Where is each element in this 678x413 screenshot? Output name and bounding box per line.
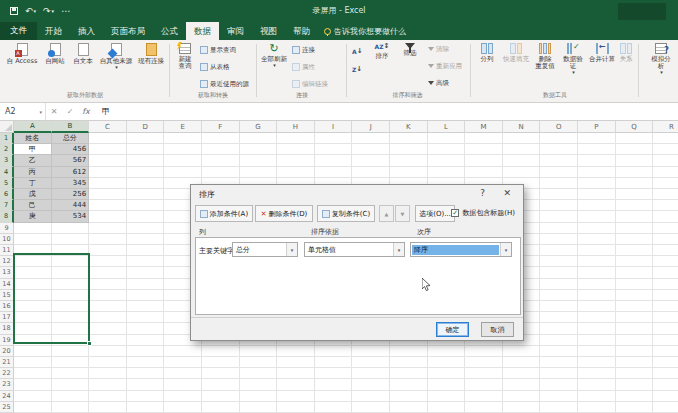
cell-Q24[interactable] — [616, 391, 654, 402]
from-text-button[interactable]: 自文本 — [70, 43, 96, 65]
row-header-25[interactable]: 25 — [0, 402, 14, 413]
cell-M24[interactable] — [465, 391, 503, 402]
cell-P2[interactable] — [578, 144, 616, 155]
relationships-button[interactable]: 关系 — [617, 43, 635, 63]
cell-R15[interactable] — [653, 290, 678, 301]
row-header-21[interactable]: 21 — [0, 357, 14, 368]
column-header-O[interactable]: O — [540, 121, 578, 133]
cell-C19[interactable] — [89, 335, 127, 346]
cell-Q14[interactable] — [616, 279, 654, 290]
column-header-K[interactable]: K — [390, 121, 428, 133]
cell-R14[interactable] — [653, 279, 678, 290]
cell-A4[interactable]: 丙 — [14, 167, 52, 178]
row-header-20[interactable]: 20 — [0, 346, 14, 357]
cell-G24[interactable] — [240, 391, 278, 402]
tab-page-layout[interactable]: 页面布局 — [103, 22, 153, 40]
cell-H3[interactable] — [277, 155, 315, 166]
column-header-F[interactable]: F — [202, 121, 240, 133]
cell-I25[interactable] — [315, 402, 353, 413]
cell-I23[interactable] — [315, 379, 353, 390]
cell-O9[interactable] — [540, 223, 578, 234]
cell-O17[interactable] — [540, 312, 578, 323]
cell-Q21[interactable] — [616, 357, 654, 368]
cell-Q1[interactable] — [616, 133, 654, 144]
cell-Q8[interactable] — [616, 211, 654, 222]
cell-P16[interactable] — [578, 301, 616, 312]
cell-F3[interactable] — [202, 155, 240, 166]
cell-A14[interactable] — [14, 279, 52, 290]
cell-C14[interactable] — [89, 279, 127, 290]
cell-J21[interactable] — [352, 357, 390, 368]
cell-P3[interactable] — [578, 155, 616, 166]
cell-O20[interactable] — [540, 346, 578, 357]
cell-O1[interactable] — [540, 133, 578, 144]
cell-O5[interactable] — [540, 178, 578, 189]
cell-B17[interactable] — [52, 312, 90, 323]
cell-P9[interactable] — [578, 223, 616, 234]
cell-C16[interactable] — [89, 301, 127, 312]
cell-A12[interactable] — [14, 256, 52, 267]
cell-A7[interactable]: 己 — [14, 200, 52, 211]
cell-C12[interactable] — [89, 256, 127, 267]
cell-C13[interactable] — [89, 267, 127, 278]
cell-D8[interactable] — [127, 211, 165, 222]
row-header-22[interactable]: 22 — [0, 368, 14, 379]
cell-B25[interactable] — [52, 402, 90, 413]
cell-Q12[interactable] — [616, 256, 654, 267]
ok-button[interactable]: 确定 — [436, 322, 469, 337]
cell-K20[interactable] — [390, 346, 428, 357]
column-header-Q[interactable]: Q — [616, 121, 654, 133]
cell-B6[interactable]: 256 — [52, 189, 90, 200]
cell-R12[interactable] — [653, 256, 678, 267]
cell-B2[interactable]: 456 — [52, 144, 90, 155]
cell-J22[interactable] — [352, 368, 390, 379]
cell-R13[interactable] — [653, 267, 678, 278]
cell-D18[interactable] — [127, 323, 165, 334]
delete-level-button[interactable]: ✕删除条件(D) — [255, 205, 313, 222]
cell-A9[interactable] — [14, 223, 52, 234]
cell-A25[interactable] — [14, 402, 52, 413]
cell-Q9[interactable] — [616, 223, 654, 234]
cell-P18[interactable] — [578, 323, 616, 334]
cell-Q5[interactable] — [616, 178, 654, 189]
cell-G3[interactable] — [240, 155, 278, 166]
cell-B11[interactable] — [52, 245, 90, 256]
column-header-E[interactable]: E — [164, 121, 202, 133]
cell-R11[interactable] — [653, 245, 678, 256]
cell-I21[interactable] — [315, 357, 353, 368]
tab-help[interactable]: 帮助 — [285, 22, 318, 40]
cell-A13[interactable] — [14, 267, 52, 278]
cell-H2[interactable] — [277, 144, 315, 155]
cell-L3[interactable] — [428, 155, 466, 166]
cell-K2[interactable] — [390, 144, 428, 155]
cell-Q16[interactable] — [616, 301, 654, 312]
cell-A19[interactable] — [14, 335, 52, 346]
cell-P10[interactable] — [578, 234, 616, 245]
cell-P13[interactable] — [578, 267, 616, 278]
cell-C10[interactable] — [89, 234, 127, 245]
reapply-button[interactable]: 重新应用 — [428, 63, 462, 70]
cell-A16[interactable] — [14, 301, 52, 312]
cell-P19[interactable] — [578, 335, 616, 346]
cell-A11[interactable] — [14, 245, 52, 256]
tab-review[interactable]: 审阅 — [219, 22, 252, 40]
cell-R4[interactable] — [653, 167, 678, 178]
connections-button[interactable]: 连接 — [292, 46, 315, 54]
cell-M1[interactable] — [465, 133, 503, 144]
cell-L1[interactable] — [428, 133, 466, 144]
cell-N3[interactable] — [503, 155, 541, 166]
cell-F23[interactable] — [202, 379, 240, 390]
cell-E4[interactable] — [164, 167, 202, 178]
cell-Q6[interactable] — [616, 189, 654, 200]
cell-O22[interactable] — [540, 368, 578, 379]
cell-N4[interactable] — [503, 167, 541, 178]
cell-P6[interactable] — [578, 189, 616, 200]
cell-D14[interactable] — [127, 279, 165, 290]
cell-H22[interactable] — [277, 368, 315, 379]
cell-F1[interactable] — [202, 133, 240, 144]
cell-D24[interactable] — [127, 391, 165, 402]
cell-D4[interactable] — [127, 167, 165, 178]
cell-C20[interactable] — [89, 346, 127, 357]
cell-C4[interactable] — [89, 167, 127, 178]
cell-R10[interactable] — [653, 234, 678, 245]
